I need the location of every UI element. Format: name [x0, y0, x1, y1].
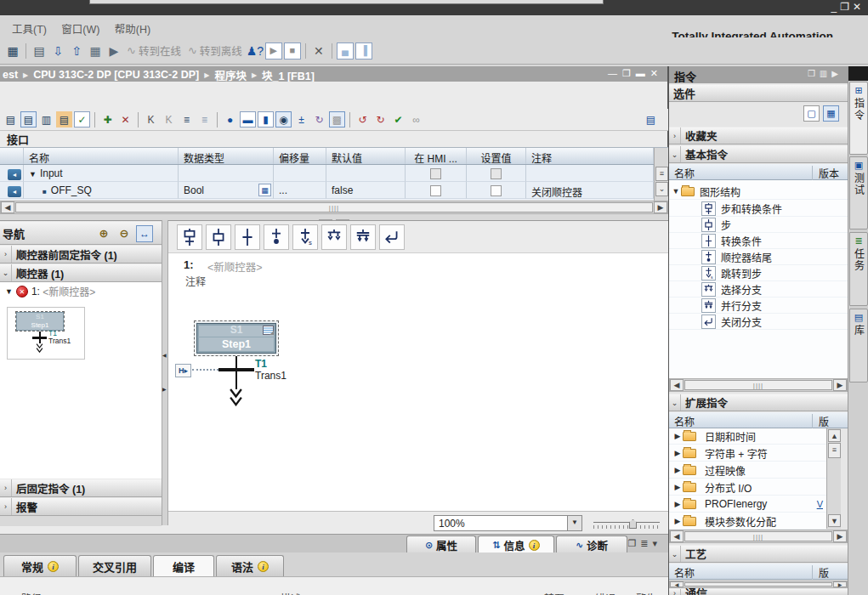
jump-to-step-button[interactable]: s	[292, 224, 318, 250]
menu-help[interactable]: 帮助(H)	[115, 20, 150, 37]
default-cell[interactable]: false	[326, 182, 406, 199]
datatype-dropdown-icon[interactable]: ▦	[258, 184, 271, 196]
monitoring-glasses-icon[interactable]: ∞	[408, 111, 424, 128]
nav-splitter[interactable]: ◀ ▶	[162, 220, 168, 525]
datatype-cell[interactable]	[179, 165, 274, 182]
insert-parameters-icon[interactable]: ±	[293, 111, 309, 128]
zoom-out-icon[interactable]: ⊖	[116, 225, 133, 242]
subtab-compile[interactable]: 编译	[153, 555, 214, 576]
section-alarms[interactable]: › 报警	[0, 497, 162, 516]
breadcrumb-project[interactable]: est	[3, 69, 18, 81]
breadcrumb-program-blocks[interactable]: 程序块	[214, 67, 247, 83]
start-simulation-icon[interactable]: ▦	[87, 42, 104, 60]
section-sequencer[interactable]: ⌄ 顺控器 (1)	[0, 264, 162, 282]
list-view-icon[interactable]: ▢	[803, 105, 820, 122]
chevron-right-icon[interactable]: ▶	[672, 466, 683, 474]
breadcrumb-cpu[interactable]: CPU 313C-2 DP [CPU 313C-2 DP]	[33, 69, 199, 81]
folder-item[interactable]: ▶日期和时间	[669, 428, 826, 445]
scrollbar-thumb[interactable]: ||||	[684, 380, 832, 389]
minimize-icon[interactable]: _	[831, 1, 840, 13]
dock-icon[interactable]: ▥	[820, 69, 831, 78]
hmi-checkbox[interactable]	[430, 168, 441, 179]
subtab-cross-references[interactable]: 交叉引用	[78, 555, 151, 576]
accessible-devices-icon[interactable]: ♟?	[247, 42, 264, 60]
chevron-right-icon[interactable]: ▶	[672, 432, 683, 440]
sequence-view-icon[interactable]: ▤	[20, 111, 37, 128]
merge-rungs-icon[interactable]: ▮	[258, 111, 274, 128]
step-actions-icon[interactable]	[263, 326, 274, 335]
name-cell[interactable]: ■OFF_SQ	[24, 182, 179, 199]
comment-cell[interactable]	[526, 165, 654, 182]
scroll-down-icon[interactable]: ▼	[828, 514, 841, 527]
start-runtime-icon[interactable]: ▶	[105, 42, 122, 60]
folder-item[interactable]: ▶分布式 I/O	[669, 479, 826, 496]
close-icon[interactable]: ✕	[650, 68, 663, 78]
pane-splitter[interactable]: ▲ ▼	[0, 214, 668, 220]
expander-icon[interactable]: ▼	[5, 287, 13, 296]
side-tab-libraries[interactable]: ▤ 库	[849, 309, 868, 382]
insert-network-icon[interactable]: ✚	[99, 111, 116, 128]
section-communication[interactable]: › 通信	[669, 588, 848, 595]
tree-folder-row[interactable]: ▼ 图形结构	[669, 184, 848, 200]
float-icon[interactable]: ❐	[627, 538, 640, 548]
chevron-right-icon[interactable]: ▶	[672, 500, 683, 508]
show-overview-icon[interactable]: ▤	[3, 111, 19, 128]
table-row[interactable]: ◂ ■OFF_SQ Bool▦ ... false 关闭顺控器	[0, 182, 668, 199]
breadcrumb-block[interactable]: 块_1 [FB1]	[262, 67, 315, 83]
scroll-left-icon[interactable]: ◀	[670, 379, 684, 391]
version-link[interactable]: V	[817, 499, 823, 509]
single-view-icon[interactable]: ▥	[38, 111, 54, 128]
scroll-down-icon[interactable]: ⌄	[655, 182, 668, 196]
close-icon[interactable]: ✕	[853, 1, 865, 13]
next-error-icon[interactable]: ↻	[372, 111, 389, 128]
basic-horizontal-scrollbar[interactable]: ◀ |||| ▶	[669, 378, 848, 392]
zoom-in-icon[interactable]: ⊕	[95, 225, 112, 242]
subtab-general[interactable]: 常规i	[3, 555, 77, 576]
magic-wand-icon[interactable]: ▩	[329, 111, 345, 128]
collapse-left-icon[interactable]: ◀	[162, 352, 167, 358]
folder-item[interactable]: ▶模块参数化分配	[669, 513, 826, 530]
col-datatype[interactable]: 数据类型	[179, 148, 274, 164]
delete-network-icon[interactable]: ✕	[117, 111, 133, 128]
side-tab-testing[interactable]: ▣ 测试	[849, 156, 868, 230]
start-cpu-icon[interactable]: ▶	[265, 42, 282, 60]
project-view-icon[interactable]: ▦	[4, 42, 21, 60]
step-and-transition-button[interactable]	[177, 224, 202, 250]
instruction-item[interactable]: 转换条件	[669, 233, 848, 249]
menu-window[interactable]: 窗口(W)	[61, 20, 99, 37]
transition-name[interactable]: Trans1	[255, 370, 286, 382]
maximize-icon[interactable]: ▬	[636, 68, 650, 78]
save-project-icon[interactable]: ▤	[31, 42, 48, 60]
section-technology[interactable]: ⌄工艺	[669, 545, 848, 563]
minimize-icon[interactable]: —	[608, 68, 622, 78]
col-comment[interactable]: 注释	[526, 148, 654, 164]
scroll-right-icon[interactable]: ▶	[833, 379, 847, 391]
go-offline-button[interactable]: ∿转到离线	[188, 42, 242, 59]
operand-comment-icon[interactable]: ≡	[179, 111, 195, 128]
table-vertical-scrollbar[interactable]: ≡ ⌄	[654, 148, 668, 201]
previous-error-icon[interactable]: ↺	[355, 111, 371, 128]
operand-comment-off-icon[interactable]: ≡	[196, 111, 213, 128]
datatype-cell[interactable]: Bool▦	[179, 182, 274, 199]
scrollbar-thumb[interactable]: ≡	[655, 167, 668, 181]
name-cell[interactable]: ▼Input	[24, 165, 179, 182]
collapse-icon[interactable]: ▾	[652, 538, 661, 548]
section-extended-instructions[interactable]: ⌄扩展指令	[669, 394, 848, 411]
parallel-branch-button[interactable]	[350, 224, 376, 250]
go-online-button[interactable]: ∿转到在线	[127, 42, 181, 59]
section-pre-instructions[interactable]: › 顺控器前固定指令 (1)	[0, 245, 162, 264]
restore-icon[interactable]: ❐	[840, 1, 853, 13]
refresh-block-calls-icon[interactable]: ↻	[311, 111, 327, 128]
step-name[interactable]: Step1	[197, 337, 275, 352]
comments-toggle-icon[interactable]: ◉	[275, 111, 292, 128]
step-element[interactable]: S1 Step1	[194, 320, 279, 356]
scroll-left-icon[interactable]: ◀	[670, 530, 684, 542]
section-favorites[interactable]: ›收藏夹	[669, 127, 848, 144]
folder-item[interactable]: ▶字符串 + 字符	[669, 445, 826, 462]
detach-editor-icon[interactable]: ▤	[643, 111, 659, 128]
chevron-down-icon[interactable]: ▼	[671, 187, 681, 196]
instruction-item[interactable]: 步	[669, 217, 848, 233]
folder-item[interactable]: ▶PROFIenergyV	[669, 496, 826, 513]
table-horizontal-scrollbar[interactable]: ◀ |||| ▶	[0, 201, 668, 214]
tab-diagnostics[interactable]: ∿ 诊断	[556, 536, 627, 553]
